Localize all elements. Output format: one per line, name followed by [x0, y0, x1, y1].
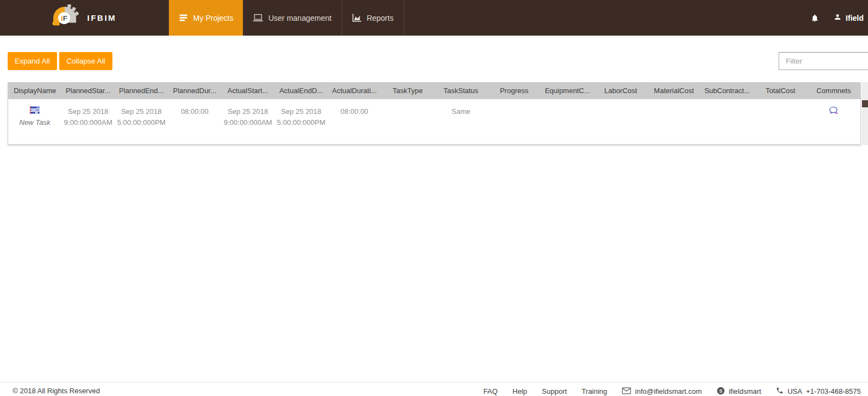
tab-reports[interactable]: Reports	[342, 0, 404, 36]
cell-plannedduration: 08:00:00	[168, 99, 221, 133]
cell-tasktype	[381, 99, 434, 133]
cell-materialcost	[648, 99, 701, 133]
actual-start-date: Sep 25 2018	[222, 106, 275, 117]
phone-icon	[776, 387, 784, 396]
cell-actualend: Sep 25 2018 5:00:00:000PM	[275, 99, 328, 133]
laptop-icon	[253, 13, 263, 22]
column-header-progress[interactable]: Progress	[487, 82, 541, 99]
cell-actualduration: 08:00:00	[328, 99, 381, 133]
footer: © 2018 All Rights Reserved FAQ Help Supp…	[0, 382, 868, 396]
area-chart-icon	[352, 13, 362, 22]
main-nav-tabs: My Projects User management Reports	[169, 0, 404, 36]
footer-link-support[interactable]: Support	[542, 387, 567, 395]
cell-progress	[487, 99, 541, 133]
planned-duration: 08:00:00	[168, 106, 221, 117]
hardhat-logo-icon: iF	[50, 4, 79, 32]
cell-plannedstart: Sep 25 2018 9:00:00:000AM	[61, 99, 115, 133]
actual-end-time: 5:00:00:000PM	[275, 117, 328, 128]
navbar-right: Ifield	[810, 0, 868, 36]
scrollbar-thumb[interactable]	[862, 100, 868, 107]
column-header-actualstart[interactable]: ActualStart...	[222, 82, 275, 99]
column-header-equipmentcost[interactable]: EquipmentC...	[541, 82, 594, 99]
user-name-label: Ifield	[846, 14, 864, 22]
footer-link-help[interactable]: Help	[513, 387, 527, 395]
column-header-totalcost[interactable]: TotalCost	[754, 82, 807, 99]
column-header-plannedduration[interactable]: PlannedDur...	[168, 82, 221, 99]
copyright-text: © 2018 All Rights Reserved	[13, 387, 100, 396]
expand-all-button[interactable]: Expand All	[8, 52, 57, 70]
footer-phone[interactable]: USA +1-703-468-8575	[776, 387, 861, 396]
phone-number: +1-703-468-8575	[806, 387, 861, 395]
grid-empty-space	[8, 133, 860, 144]
footer-links: FAQ Help Support Training info@ifieldsma…	[484, 387, 861, 396]
cell-plannedend: Sep 25 2018 5:00:00:000PM	[115, 99, 168, 133]
column-header-displayname[interactable]: DisplayName	[8, 82, 61, 99]
tab-label: Reports	[367, 14, 394, 22]
tab-label: User management	[268, 14, 331, 22]
tab-user-management[interactable]: User management	[243, 0, 341, 36]
planned-end-date: Sep 25 2018	[115, 106, 168, 117]
task-name: New Task	[8, 117, 61, 128]
cell-displayname: New Task	[8, 99, 61, 133]
svg-text:S: S	[719, 388, 723, 393]
actual-end-date: Sep 25 2018	[275, 106, 328, 117]
email-text: info@ifieldsmart.com	[635, 387, 702, 395]
skype-text: ifieldsmart	[729, 387, 761, 395]
column-header-taskstatus[interactable]: TaskStatus	[434, 82, 487, 99]
envelope-icon	[622, 387, 631, 396]
top-navbar: iF IFBIM My Projects User manag	[0, 0, 868, 36]
cell-taskstatus: Same	[434, 99, 487, 133]
vertical-scrollbar[interactable]	[862, 82, 868, 145]
footer-link-training[interactable]: Training	[582, 387, 607, 395]
planned-end-time: 5:00:00:000PM	[115, 117, 168, 128]
brand: iF IFBIM	[50, 0, 116, 36]
cell-equipmentcost	[541, 99, 594, 133]
cell-subcontract	[701, 99, 754, 133]
table-row[interactable]: New Task Sep 25 2018 9:00:00:000AM Sep 2…	[8, 99, 860, 133]
user-menu[interactable]: Ifield	[833, 13, 864, 24]
column-header-comments[interactable]: Commnets	[807, 82, 860, 99]
svg-text:iF: iF	[61, 14, 67, 22]
list-icon	[179, 13, 188, 22]
person-icon	[833, 13, 842, 24]
cell-laborcost	[594, 99, 647, 133]
phone-country: USA	[787, 387, 802, 395]
tab-my-projects[interactable]: My Projects	[169, 0, 243, 36]
column-header-plannedstart[interactable]: PlannedStar...	[61, 82, 115, 99]
footer-email[interactable]: info@ifieldsmart.com	[622, 387, 702, 396]
task-bars-icon	[8, 106, 61, 117]
tasks-grid: DisplayName PlannedStar... PlannedEnd...…	[8, 82, 861, 145]
tab-label: My Projects	[193, 14, 233, 22]
column-header-plannedend[interactable]: PlannedEnd...	[115, 82, 168, 99]
footer-skype[interactable]: S ifieldsmart	[717, 387, 761, 396]
column-header-actualduration[interactable]: ActualDurati...	[328, 82, 381, 99]
column-header-subcontract[interactable]: SubContract...	[701, 82, 754, 99]
skype-icon: S	[717, 387, 725, 396]
grid-header: DisplayName PlannedStar... PlannedEnd...…	[8, 82, 860, 99]
cell-comments	[807, 99, 860, 133]
column-header-tasktype[interactable]: TaskType	[381, 82, 434, 99]
footer-link-faq[interactable]: FAQ	[484, 387, 498, 395]
notifications-bell-icon[interactable]	[810, 13, 819, 23]
chat-bubble-icon[interactable]	[829, 106, 838, 114]
filter-input[interactable]	[779, 52, 868, 70]
brand-title: IFBIM	[87, 13, 116, 22]
column-header-materialcost[interactable]: MaterialCost	[648, 82, 701, 99]
column-header-actualend[interactable]: ActualEndD...	[275, 82, 328, 99]
cell-actualstart: Sep 25 2018 9:00:00:000AM	[222, 99, 275, 133]
planned-start-date: Sep 25 2018	[61, 106, 115, 117]
planned-start-time: 9:00:00:000AM	[61, 117, 115, 128]
actual-start-time: 9:00:00:000AM	[222, 117, 275, 128]
column-header-laborcost[interactable]: LaborCost	[594, 82, 647, 99]
actual-duration: 08:00:00	[328, 106, 381, 117]
collapse-all-button[interactable]: Collapse All	[59, 52, 112, 70]
cell-totalcost	[754, 99, 807, 133]
